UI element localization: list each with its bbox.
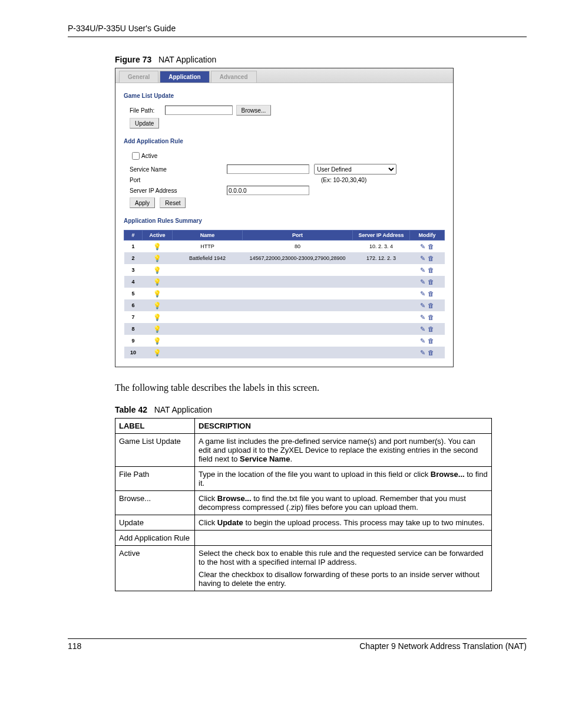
row-server bbox=[353, 264, 410, 276]
desc-text: Type in the location of the file you wan… bbox=[195, 467, 492, 491]
row-port bbox=[243, 288, 353, 299]
desc-label: Update bbox=[115, 515, 195, 531]
table-label: Table 42 bbox=[115, 405, 147, 414]
service-name-input[interactable] bbox=[227, 164, 309, 174]
row-server bbox=[353, 323, 410, 335]
figure-title: NAT Application bbox=[158, 55, 216, 64]
server-ip-label: Server IP Address bbox=[130, 187, 227, 194]
tab-application[interactable]: Application bbox=[160, 71, 209, 83]
delete-icon[interactable]: 🗑 bbox=[428, 243, 434, 250]
table-row: 7💡✎🗑 bbox=[124, 311, 445, 323]
active-checkbox[interactable] bbox=[132, 152, 140, 160]
row-num: 10 bbox=[124, 347, 143, 358]
row-server bbox=[353, 335, 410, 347]
row-num: 8 bbox=[124, 323, 143, 335]
table-row: 5💡✎🗑 bbox=[124, 288, 445, 299]
edit-icon[interactable]: ✎ bbox=[420, 266, 425, 274]
row-port bbox=[243, 276, 353, 288]
edit-icon[interactable]: ✎ bbox=[420, 337, 425, 344]
row-port bbox=[243, 311, 353, 323]
table-caption: Table 42 NAT Application bbox=[115, 405, 527, 414]
edit-icon[interactable]: ✎ bbox=[420, 349, 425, 356]
delete-icon[interactable]: 🗑 bbox=[428, 290, 434, 297]
row-num: 9 bbox=[124, 335, 143, 347]
bulb-icon: 💡 bbox=[153, 314, 161, 321]
edit-icon[interactable]: ✎ bbox=[420, 278, 425, 285]
table-row: 4💡✎🗑 bbox=[124, 276, 445, 288]
row-num: 3 bbox=[124, 264, 143, 276]
section-add-application-rule: Add Application Rule bbox=[124, 138, 445, 144]
row-name bbox=[173, 335, 243, 347]
port-hint: (Ex: 10-20,30,40) bbox=[321, 177, 366, 183]
apply-button[interactable]: Apply bbox=[130, 197, 155, 208]
table-row: 1💡HTTP8010. 2. 3. 4✎🗑 bbox=[124, 241, 445, 253]
server-ip-input[interactable] bbox=[227, 186, 309, 195]
desc-text: Select the check box to enable this rule… bbox=[195, 546, 492, 591]
tab-advanced[interactable]: Advanced bbox=[211, 71, 257, 83]
bulb-icon: 💡 bbox=[153, 337, 161, 344]
port-label: Port bbox=[130, 177, 227, 183]
delete-icon[interactable]: 🗑 bbox=[428, 278, 434, 285]
table-row: Game List UpdateA game list includes the… bbox=[115, 434, 492, 467]
table-row: 6💡✎🗑 bbox=[124, 299, 445, 311]
table-row: 9💡✎🗑 bbox=[124, 335, 445, 347]
row-name: HTTP bbox=[173, 241, 243, 253]
section-application-rules-summary: Application Rules Summary bbox=[124, 218, 445, 224]
reset-button[interactable]: Reset bbox=[160, 197, 186, 208]
row-name: Battlefield 1942 bbox=[173, 252, 243, 264]
edit-icon[interactable]: ✎ bbox=[420, 314, 425, 321]
desc-head-label: LABEL bbox=[115, 419, 195, 434]
col-port: Port bbox=[243, 230, 353, 241]
row-name bbox=[173, 311, 243, 323]
delete-icon[interactable]: 🗑 bbox=[428, 302, 434, 309]
table-title: NAT Application bbox=[154, 405, 212, 414]
bulb-icon: 💡 bbox=[153, 302, 161, 309]
browse-button[interactable]: Browse... bbox=[236, 105, 272, 116]
col-active: Active bbox=[143, 230, 173, 241]
row-server: 172. 12. 2. 3 bbox=[353, 252, 410, 264]
row-num: 7 bbox=[124, 311, 143, 323]
row-name bbox=[173, 276, 243, 288]
desc-label: Add Application Rule bbox=[115, 531, 195, 546]
service-name-select[interactable]: User Defined bbox=[314, 164, 396, 174]
row-port: 14567,22000,23000-23009,27900,28900 bbox=[243, 252, 353, 264]
bulb-icon: 💡 bbox=[153, 243, 161, 250]
page-footer: 118 Chapter 9 Network Address Translatio… bbox=[68, 638, 527, 651]
tab-bar: GeneralApplicationAdvanced bbox=[115, 68, 453, 83]
row-server bbox=[353, 311, 410, 323]
description-table: LABEL DESCRIPTION Game List UpdateA game… bbox=[115, 418, 492, 591]
row-num: 1 bbox=[124, 241, 143, 253]
row-name bbox=[173, 288, 243, 299]
desc-text: A game list includes the pre-defined ser… bbox=[195, 434, 492, 467]
figure-caption: Figure 73 NAT Application bbox=[115, 55, 527, 64]
bulb-icon: 💡 bbox=[153, 266, 161, 274]
file-path-input[interactable] bbox=[165, 106, 233, 115]
edit-icon[interactable]: ✎ bbox=[420, 255, 425, 262]
delete-icon[interactable]: 🗑 bbox=[428, 337, 434, 344]
edit-icon[interactable]: ✎ bbox=[420, 325, 425, 332]
desc-label: Active bbox=[115, 546, 195, 591]
tab-general[interactable]: General bbox=[119, 71, 158, 83]
edit-icon[interactable]: ✎ bbox=[420, 302, 425, 309]
bulb-icon: 💡 bbox=[153, 349, 161, 356]
table-row: File PathType in the location of the fil… bbox=[115, 467, 492, 491]
delete-icon[interactable]: 🗑 bbox=[428, 255, 434, 262]
chapter-title: Chapter 9 Network Address Translation (N… bbox=[359, 641, 527, 651]
file-path-label: File Path: bbox=[130, 107, 165, 114]
delete-icon[interactable]: 🗑 bbox=[428, 314, 434, 321]
bulb-icon: 💡 bbox=[153, 255, 161, 262]
table-row: ActiveSelect the check box to enable thi… bbox=[115, 546, 492, 591]
delete-icon[interactable]: 🗑 bbox=[428, 266, 434, 274]
delete-icon[interactable]: 🗑 bbox=[428, 349, 434, 356]
body-text: The following table describes the labels… bbox=[115, 383, 527, 393]
edit-icon[interactable]: ✎ bbox=[420, 243, 425, 250]
desc-text: Click Browse... to find the.txt file you… bbox=[195, 491, 492, 515]
desc-text bbox=[195, 531, 492, 546]
row-name bbox=[173, 347, 243, 358]
delete-icon[interactable]: 🗑 bbox=[428, 325, 434, 332]
table-row: Browse...Click Browse... to find the.txt… bbox=[115, 491, 492, 515]
update-button[interactable]: Update bbox=[130, 118, 159, 129]
row-server bbox=[353, 288, 410, 299]
active-label: Active bbox=[141, 153, 157, 159]
edit-icon[interactable]: ✎ bbox=[420, 290, 425, 297]
